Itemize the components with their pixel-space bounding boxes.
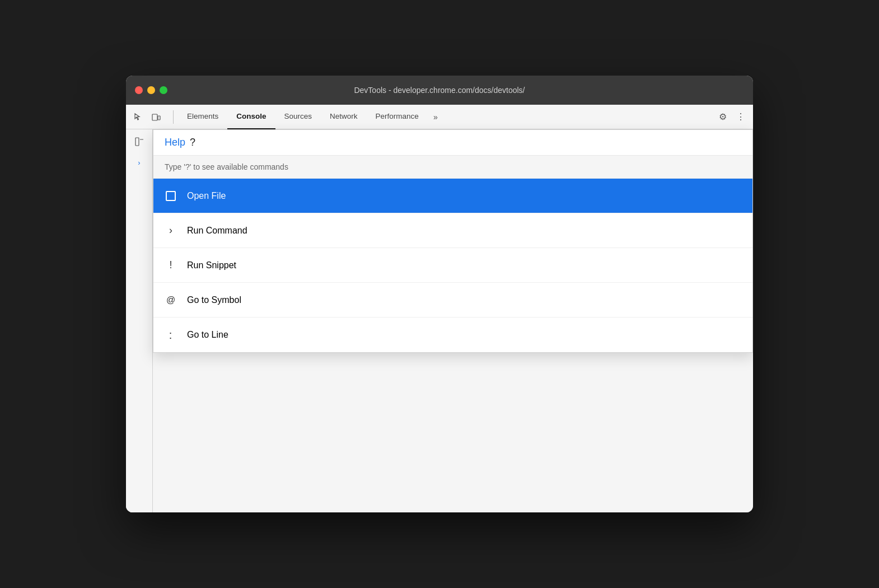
tab-console[interactable]: Console	[227, 105, 275, 129]
sidebar-strip: ›	[126, 129, 153, 512]
go-to-symbol-label: Go to Symbol	[187, 295, 241, 305]
run-command-icon: ›	[165, 225, 177, 237]
command-input-row: Help	[153, 130, 752, 156]
settings-button[interactable]: ⚙	[715, 109, 731, 125]
main-content: ⚙ Help Type '?' to see available command…	[153, 129, 753, 512]
go-to-line-label: Go to Line	[187, 330, 228, 340]
tab-elements[interactable]: Elements	[178, 105, 227, 129]
close-button[interactable]	[135, 86, 143, 94]
hint-row: Type '?' to see available commands	[153, 156, 752, 179]
tab-performance[interactable]: Performance	[367, 105, 428, 129]
open-file-label: Open File	[187, 191, 226, 201]
go-to-line-icon: :	[165, 329, 177, 341]
inspect-element-button[interactable]	[130, 109, 146, 125]
hint-text: Type '?' to see available commands	[165, 162, 288, 171]
tab-sources[interactable]: Sources	[275, 105, 321, 129]
title-bar: DevTools - developer.chrome.com/docs/dev…	[126, 76, 753, 105]
sidebar-panel-button[interactable]	[132, 134, 147, 150]
command-item-open-file[interactable]: Open File	[153, 179, 752, 213]
command-item-run-snippet[interactable]: ! Run Snippet	[153, 248, 752, 283]
svg-rect-1	[158, 116, 160, 120]
tabs-container: Elements Console Sources Network Perform…	[178, 105, 710, 129]
minimize-button[interactable]	[147, 86, 155, 94]
maximize-button[interactable]	[160, 86, 167, 94]
toolbar: Elements Console Sources Network Perform…	[126, 105, 753, 129]
help-label: Help	[165, 137, 185, 148]
open-file-icon	[165, 190, 177, 202]
svg-rect-2	[135, 138, 139, 146]
square-icon	[166, 191, 176, 201]
command-panel: Help Type '?' to see available commands …	[153, 129, 753, 353]
more-tabs-button[interactable]: »	[428, 109, 443, 125]
device-toolbar-button[interactable]	[148, 109, 164, 125]
svg-rect-0	[152, 114, 157, 120]
more-options-button[interactable]: ⋮	[733, 109, 749, 125]
devtools-window: DevTools - developer.chrome.com/docs/dev…	[126, 76, 753, 512]
tab-network[interactable]: Network	[321, 105, 367, 129]
sidebar-chevron[interactable]: ›	[135, 156, 142, 169]
command-list: Open File › Run Command ! Run Snippet	[153, 179, 752, 352]
sidebar-panel-icon	[135, 137, 144, 146]
command-input[interactable]	[190, 137, 741, 148]
cursor-icon	[134, 113, 143, 122]
run-command-label: Run Command	[187, 226, 247, 236]
traffic-lights	[135, 86, 167, 94]
toolbar-icons	[130, 109, 164, 125]
responsive-icon	[152, 113, 161, 122]
toolbar-divider	[173, 110, 174, 124]
go-to-symbol-icon: @	[165, 294, 177, 306]
run-snippet-label: Run Snippet	[187, 260, 236, 270]
command-item-go-to-symbol[interactable]: @ Go to Symbol	[153, 283, 752, 318]
command-item-run-command[interactable]: › Run Command	[153, 213, 752, 248]
window-title: DevTools - developer.chrome.com/docs/dev…	[354, 86, 525, 95]
content-area: › ⚙ Help Type '?' to see available comma…	[126, 129, 753, 512]
run-snippet-icon: !	[165, 259, 177, 272]
command-item-go-to-line[interactable]: : Go to Line	[153, 318, 752, 352]
toolbar-right: ⚙ ⋮	[715, 109, 749, 125]
